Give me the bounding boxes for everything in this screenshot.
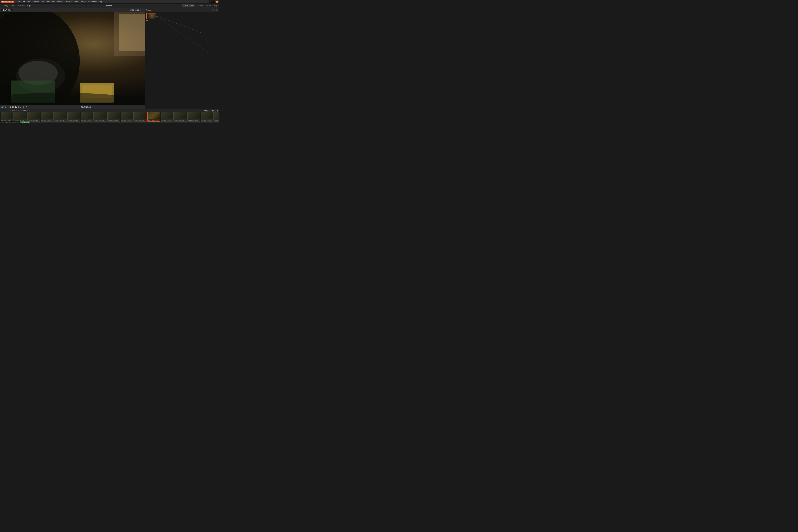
timeline-clip-11[interactable]: Blackmagic RAW (147, 112, 160, 121)
stop-button[interactable]: ⏹ (12, 106, 14, 108)
menu-view[interactable]: View (52, 1, 55, 3)
go-to-start-button[interactable]: ⏮ (5, 106, 6, 108)
node-01-label: 01 (146, 19, 148, 21)
timeline-clip-10[interactable]: Blackmagic RAW (134, 112, 147, 121)
svg-point-13 (156, 16, 157, 17)
toolbar-gallery: Gallery LUTs Media Pool Clips (1, 4, 33, 7)
loop-button[interactable]: ↻ (26, 106, 27, 108)
timeline-clips-row: Blackmagic RAW Blackmagic RAW Blackmagic… (0, 112, 219, 122)
node-toolbar-buttons: ⊞ ⊡ (212, 9, 218, 11)
svg-line-12 (156, 16, 209, 54)
video-frame (0, 12, 145, 105)
step-forward-button[interactable]: ▶▶ (18, 106, 21, 108)
play-button[interactable]: ▶ (15, 106, 17, 109)
timeline-clip-0[interactable]: Blackmagic RAW (1, 112, 14, 121)
menu-fusion[interactable]: Fusion (66, 1, 72, 3)
transport-controls: ⏮ ◀◀ ⏹ ▶ ▶▶ ⏭ ↻ (5, 106, 27, 109)
menu-color[interactable]: Color (74, 1, 78, 3)
color-tool-flag[interactable]: ⚑ (33, 122, 37, 124)
menu-bar-right: 11:20 📶 (209, 0, 218, 3)
timeline-clip-6[interactable]: Blackmagic RAW (81, 112, 94, 121)
resolve-version: DaVinci Resolve Studio 18.5 PUBLIC BETA (0, 121, 31, 123)
timeline-clip-14[interactable]: Blackmagic RAW (187, 112, 200, 121)
timeline-clip-13[interactable]: Blackmagic RAW (174, 112, 187, 121)
main-toolbar: Gallery LUTs Media Pool Clips GRading_1 … (0, 3, 219, 8)
color-panel-toolbar: ↖ ⬜ ◆ 💧 ⊕ ⬡ ⊞ ✦ ⚑ ↗ (0, 122, 219, 123)
timeline-clip-4[interactable]: Blackmagic RAW (54, 112, 67, 121)
system-time: 11:20 (209, 0, 215, 3)
svg-line-11 (156, 16, 201, 33)
timeline-button[interactable]: Timeline (196, 4, 204, 7)
menu-timeline[interactable]: Timeline (32, 1, 39, 3)
step-back-button[interactable]: ◀◀ (8, 106, 11, 108)
timeline-clip-2[interactable]: Blackmagic RAW (27, 112, 40, 121)
timecode-display: 01:04:26:12 (204, 109, 218, 112)
quick-export-button[interactable]: Quick Export (182, 4, 195, 7)
viewer-top-bar: DAY_02 ▾ 17:05:52:22 ⚙ ··· (0, 8, 145, 12)
viewer-controls: ⚙ ··· (140, 9, 144, 11)
media-pool-button[interactable]: Media Pool (16, 4, 26, 7)
viewer-bottom-bar: 🔊 ⏮ ◀◀ ⏹ ▶ ▶▶ ⏭ ↻ 01:04:26:12 (0, 105, 145, 109)
timeline-ruler: V1 :13:21 :06 16:45:25:18 :07 16:46:41:0… (0, 109, 219, 112)
viewer-area: DAY_02 ▾ 17:05:52:22 ⚙ ··· (0, 8, 145, 109)
luts-button[interactable]: LUTs (10, 4, 15, 7)
menu-bar: DaVinci Resolve File Edit Trim Timeline … (0, 0, 219, 3)
wifi-icon: 📶 (216, 1, 218, 3)
menu-edit[interactable]: Edit (22, 1, 25, 3)
viewer-clip-name: DAY_02 ▾ (1, 9, 13, 12)
duration-display: 01:04:26:12 (81, 106, 91, 108)
timeline-clip-3[interactable]: Blackmagic RAW (41, 112, 54, 121)
timeline-clip-1[interactable]: Blackmagic RAW (14, 112, 27, 121)
viewer-timecode: 17:05:52:22 (130, 9, 139, 11)
node-editor-toolbar: Nodes ⊞ ⊡ (145, 8, 219, 12)
project-title: GRading_1 (105, 5, 115, 7)
menu-clip[interactable]: Clip (41, 1, 44, 3)
timeline-clip-7[interactable]: Blackmagic RAW (94, 112, 107, 121)
color-tool-export[interactable]: ↗ (37, 122, 41, 124)
timeline-clip-9[interactable]: Blackmagic RAW (121, 112, 134, 121)
nodes-button[interactable]: Nodes (206, 4, 212, 7)
app-logo: DaVinci Resolve (1, 1, 15, 3)
gallery-button[interactable]: Gallery (2, 4, 9, 7)
node-tool-1[interactable]: ⊞ (212, 9, 214, 11)
timeline-clip-8[interactable]: Blackmagic RAW (108, 112, 120, 121)
node-tool-2[interactable]: ⊡ (215, 9, 218, 11)
node-panel-label: Nodes (146, 9, 151, 11)
menu-fairlight[interactable]: Fairlight (80, 1, 86, 3)
timeline-clip-15[interactable]: Blackmagic RAW (201, 112, 213, 121)
beta-badge: PUBLIC BETA (20, 121, 30, 123)
video-content (0, 12, 145, 105)
timeline-clip-5[interactable]: Blackmagic RAW (68, 112, 80, 121)
menu-trim[interactable]: Trim (27, 1, 30, 3)
clips-button[interactable]: Clips (26, 4, 32, 7)
timeline-clip-16[interactable]: Blackmagic RAW (214, 112, 219, 121)
node-editor-panel: Nodes ⊞ ⊡ 01 (145, 8, 219, 109)
menu-file[interactable]: File (17, 1, 20, 3)
menu-playback[interactable]: Playback (57, 1, 64, 3)
clip-button[interactable]: Clip (213, 4, 218, 7)
node-connections-svg (145, 12, 219, 109)
volume-icon[interactable]: 🔊 (1, 106, 4, 108)
menu-help[interactable]: Help (99, 1, 102, 3)
timeline-area: V1 :13:21 :06 16:45:25:18 :07 16:46:41:0… (0, 109, 219, 122)
menu-mark[interactable]: Mark (45, 1, 50, 3)
menu-workspace[interactable]: Workspace (88, 1, 97, 3)
node-01[interactable] (146, 13, 156, 19)
main-content: DAY_02 ▾ 17:05:52:22 ⚙ ··· (0, 8, 219, 109)
svg-rect-3 (119, 14, 145, 51)
timeline-clip-12[interactable]: Blackmagic RAW (161, 112, 174, 121)
go-to-end-button[interactable]: ⏭ (23, 106, 24, 108)
node-canvas: 01 (145, 12, 219, 109)
